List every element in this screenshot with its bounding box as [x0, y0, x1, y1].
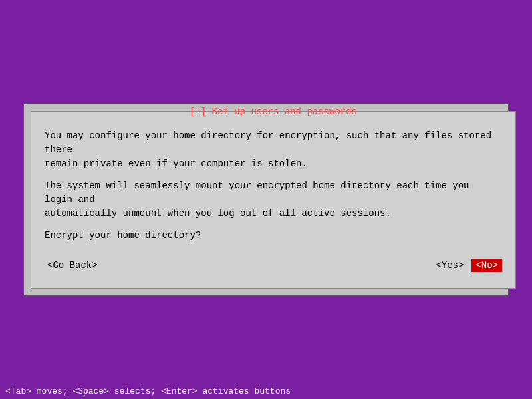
dialog: [!] Set up users and passwords You may c…: [31, 111, 516, 289]
no-button[interactable]: <No>: [471, 259, 502, 272]
paragraph-2: The system will seamlessly mount your en…: [45, 179, 502, 221]
dialog-body: You may configure your home directory fo…: [31, 118, 515, 288]
title-line-left: [31, 111, 184, 112]
status-bar: <Tab> moves; <Space> selects; <Enter> ac…: [0, 384, 532, 399]
dialog-title: [!] Set up users and passwords: [184, 106, 362, 117]
title-line-right: [362, 111, 515, 112]
dialog-container: [!] Set up users and passwords You may c…: [23, 104, 509, 296]
right-buttons: <Yes> <No>: [433, 259, 502, 272]
dialog-buttons: <Go Back> <Yes> <No>: [45, 256, 502, 275]
question-text: Encrypt your home directory?: [45, 229, 502, 243]
status-text: <Tab> moves; <Space> selects; <Enter> ac…: [5, 386, 291, 396]
paragraph-1: You may configure your home directory fo…: [45, 129, 502, 171]
yes-button[interactable]: <Yes>: [433, 259, 466, 272]
dialog-title-bar: [!] Set up users and passwords: [31, 105, 515, 118]
go-back-button[interactable]: <Go Back>: [45, 259, 100, 272]
